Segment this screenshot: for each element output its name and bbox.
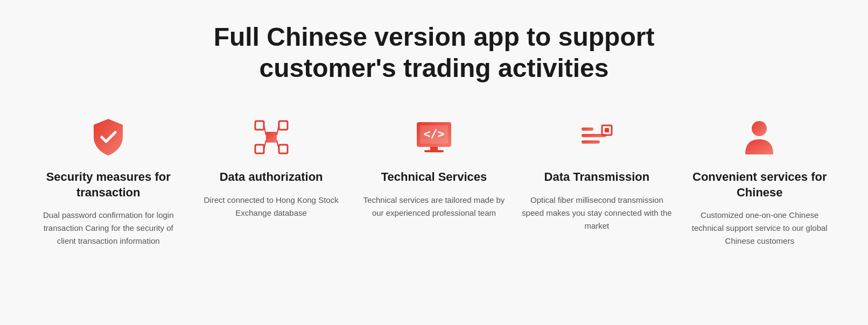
security-desc: Dual password confirmation for login tra… <box>33 209 184 248</box>
svg-rect-13 <box>424 150 444 152</box>
svg-point-19 <box>752 121 767 136</box>
svg-rect-3 <box>255 145 264 153</box>
feature-security: Security measures for transaction Dual p… <box>33 116 184 248</box>
chinese-title: Convenient services for Chinese <box>684 169 835 200</box>
svg-rect-14 <box>582 128 593 131</box>
svg-rect-2 <box>279 121 288 130</box>
svg-line-5 <box>264 125 266 135</box>
chinese-desc: Customized one-on-one Chinese technical … <box>684 209 835 248</box>
svg-text:</>: </> <box>423 127 445 140</box>
features-row: Security measures for transaction Dual p… <box>32 116 836 248</box>
svg-line-6 <box>277 125 279 135</box>
technical-desc: Technical services are tailored made by … <box>359 194 509 220</box>
technical-title: Technical Services <box>381 169 487 185</box>
data-auth-title: Data authorization <box>220 169 323 185</box>
technical-icon: </> <box>412 116 456 159</box>
data-auth-desc: Direct connected to Hong Kong Stock Exch… <box>196 194 347 220</box>
transmission-title: Data Transmission <box>544 169 650 185</box>
svg-rect-1 <box>255 121 264 130</box>
chinese-icon <box>738 116 781 159</box>
transmission-desc: Optical fiber millisecond transmission s… <box>521 194 672 232</box>
svg-rect-12 <box>430 147 438 150</box>
security-icon <box>87 116 130 159</box>
svg-rect-4 <box>279 145 288 153</box>
security-title: Security measures for transaction <box>33 169 184 200</box>
feature-data-auth: Data authorization Direct connected to H… <box>196 116 347 220</box>
feature-technical: </> Technical Services Technical service… <box>359 116 509 220</box>
svg-rect-0 <box>266 132 277 143</box>
page-title: Full Chinese version app to support cust… <box>192 22 676 83</box>
data-auth-icon <box>250 116 293 159</box>
svg-rect-16 <box>582 140 600 144</box>
feature-transmission: Data Transmission Optical fiber millisec… <box>521 116 672 232</box>
feature-chinese: Convenient services for Chinese Customiz… <box>684 116 835 248</box>
svg-rect-18 <box>605 128 609 132</box>
transmission-icon <box>575 116 618 159</box>
